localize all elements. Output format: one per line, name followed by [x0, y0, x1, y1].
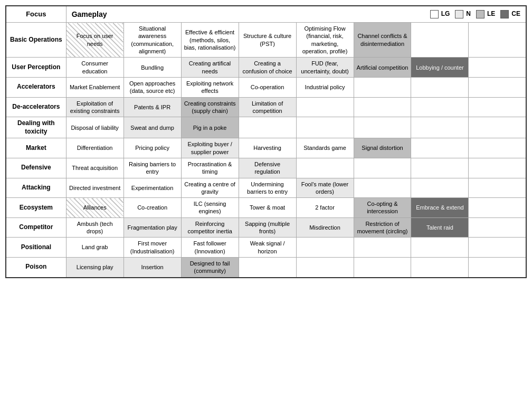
cell-9-1: Fragmentation play	[124, 217, 181, 238]
cell-9-2: Reinforcing competitor inertia	[181, 217, 239, 238]
legend-label-ce: CE	[511, 10, 520, 18]
focus-cell-1: User Perception	[6, 58, 66, 78]
focus-cell-5: Market	[6, 138, 66, 158]
cell-3-3: Limitation of competition	[239, 97, 296, 117]
cell-9-0: Ambush (tech drops)	[66, 217, 124, 238]
focus-header: Focus	[6, 6, 66, 23]
cell-2-7	[469, 77, 526, 97]
table-row: AcceleratorsMarket EnablementOpen approa…	[6, 77, 526, 97]
cell-9-4: Misdirection	[296, 217, 354, 238]
cell-3-2: Creating constraints (supply chain)	[181, 97, 239, 117]
cell-1-7	[469, 58, 526, 78]
focus-cell-8: Ecosystem	[6, 198, 66, 218]
cell-2-4: Industrial policy	[296, 77, 354, 97]
legend: LG N LE CE	[430, 10, 520, 18]
focus-cell-4: Dealing with toxicity	[6, 117, 66, 138]
cell-0-5: Channel conflicts & disintermediation	[354, 23, 411, 58]
cell-4-5	[354, 117, 411, 138]
cell-3-7	[469, 97, 526, 117]
cell-11-7	[469, 257, 526, 277]
cell-4-4	[296, 117, 354, 138]
cell-5-1: Pricing policy	[124, 138, 181, 158]
cell-5-6	[411, 138, 469, 158]
cell-4-3	[239, 117, 296, 138]
cell-3-4	[296, 97, 354, 117]
gameplay-label: Gameplay	[72, 10, 107, 19]
cell-3-0: Exploitation of existing constraints	[66, 97, 124, 117]
cell-5-2: Exploiting buyer / supplier power	[181, 138, 239, 158]
table-row: PositionalLand grabFirst mover (Industri…	[6, 238, 526, 258]
cell-6-6	[411, 158, 469, 178]
cell-8-6: Embrace & extend	[411, 198, 469, 218]
cell-2-6	[411, 77, 469, 97]
legend-ce: CE	[500, 10, 520, 18]
cell-6-1: Raising barriers to entry	[124, 158, 181, 178]
cell-8-3: Tower & moat	[239, 198, 296, 218]
cell-9-3: Sapping (multiple fronts)	[239, 217, 296, 238]
focus-cell-9: Competitor	[6, 217, 66, 238]
focus-cell-0: Basic Operations	[6, 23, 66, 58]
cell-1-2: Creating artifical needs	[181, 58, 239, 78]
legend-box-ce	[500, 10, 509, 18]
cell-1-0: Consumer education	[66, 58, 124, 78]
focus-cell-2: Accelerators	[6, 77, 66, 97]
cell-0-7	[469, 23, 526, 58]
cell-11-3	[239, 257, 296, 277]
cell-9-7	[469, 217, 526, 238]
legend-label-lg: LG	[441, 10, 450, 18]
focus-cell-7: Attacking	[6, 178, 66, 198]
cell-8-0: Alliances	[66, 198, 124, 218]
cell-1-1: Bundling	[124, 58, 181, 78]
table-row: EcosystemAlliancesCo-creationILC (sensin…	[6, 198, 526, 218]
cell-2-0: Market Enablement	[66, 77, 124, 97]
cell-7-0: Directed investment	[66, 178, 124, 198]
cell-0-3: Structure & culture (PST)	[239, 23, 296, 58]
legend-label-le: LE	[487, 10, 495, 18]
cell-8-1: Co-creation	[124, 198, 181, 218]
legend-box-le	[476, 10, 484, 18]
cell-0-0: Focus on user needs	[66, 23, 124, 58]
cell-0-1: Situational awareness (communication, al…	[124, 23, 181, 58]
cell-9-6: Talent raid	[411, 217, 469, 238]
cell-1-6: Lobbying / counter	[411, 58, 469, 78]
cell-3-1: Patents & IPR	[124, 97, 181, 117]
cell-4-1: Sweat and dump	[124, 117, 181, 138]
cell-3-6	[411, 97, 469, 117]
legend-box-lg	[430, 10, 439, 18]
cell-11-6	[411, 257, 469, 277]
cell-1-5: Artificial competition	[354, 58, 411, 78]
cell-2-1: Open approaches (data, source etc)	[124, 77, 181, 97]
cell-1-3: Creating a confusion of choice	[239, 58, 296, 78]
focus-cell-3: De-accelerators	[6, 97, 66, 117]
legend-lg: LG	[430, 10, 450, 18]
cell-4-7	[469, 117, 526, 138]
table-row: User PerceptionConsumer educationBundlin…	[6, 58, 526, 78]
cell-3-5	[354, 97, 411, 117]
table-row: MarketDifferentiationPricing policyExplo…	[6, 138, 526, 158]
cell-8-7	[469, 198, 526, 218]
cell-0-2: Effective & efficient (methods, silos, b…	[181, 23, 239, 58]
cell-1-4: FUD (fear, uncertainty, doubt)	[296, 58, 354, 78]
cell-0-4: Optimising Flow (financial, risk, market…	[296, 23, 354, 58]
legend-le: LE	[476, 10, 495, 18]
cell-6-4	[296, 158, 354, 178]
cell-10-7	[469, 238, 526, 258]
legend-label-n: N	[466, 10, 471, 18]
cell-6-3: Defensive regulation	[239, 158, 296, 178]
cell-7-6	[411, 178, 469, 198]
cell-7-5	[354, 178, 411, 198]
cell-8-4: 2 factor	[296, 198, 354, 218]
cell-4-0: Disposal of liability	[66, 117, 124, 138]
cell-2-3: Co-operation	[239, 77, 296, 97]
table-row: CompetitorAmbush (tech drops)Fragmentati…	[6, 217, 526, 238]
legend-n: N	[455, 10, 471, 18]
cell-10-0: Land grab	[66, 238, 124, 258]
focus-cell-11: Poison	[6, 257, 66, 277]
cell-6-5	[354, 158, 411, 178]
cell-0-6	[411, 23, 469, 58]
cell-11-0: Licensing play	[66, 257, 124, 277]
cell-5-0: Differentiation	[66, 138, 124, 158]
cell-6-0: Threat acquisition	[66, 158, 124, 178]
cell-7-4: Fool's mate (lower orders)	[296, 178, 354, 198]
cell-11-5	[354, 257, 411, 277]
